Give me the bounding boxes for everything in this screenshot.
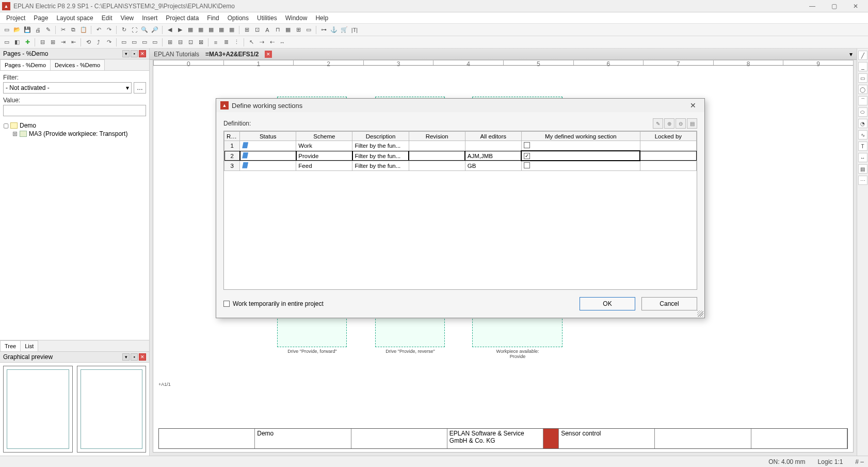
menu-help[interactable]: Help	[311, 13, 332, 23]
cell-scheme[interactable]: Work	[296, 141, 352, 151]
tb2-v-icon[interactable]: ↖	[247, 38, 256, 47]
tb2-t-icon[interactable]: ≣	[221, 38, 231, 47]
col-locked-by[interactable]: Locked by	[640, 132, 696, 141]
tb-nav-next-icon[interactable]: ▶	[175, 25, 185, 35]
tree-root-label[interactable]: Demo	[20, 122, 36, 129]
cell-editors[interactable]	[465, 141, 521, 151]
tb2-g-icon[interactable]: ⇤	[69, 38, 78, 47]
tab-devices[interactable]: Devices - %Demo	[50, 59, 105, 70]
rtb-sector-icon[interactable]: ◔	[858, 119, 867, 128]
tb2-s-icon[interactable]: ≡	[211, 38, 220, 47]
tb2-l-icon[interactable]: ▭	[130, 38, 139, 47]
rtb-rect-icon[interactable]: ▭	[858, 73, 867, 83]
menu-layout-space[interactable]: Layout space	[52, 13, 97, 23]
tb-grid1-icon[interactable]: ▦	[186, 25, 195, 35]
cell-my-section[interactable]	[521, 141, 640, 151]
tb-text-icon[interactable]: |T|	[350, 25, 359, 35]
tb-undo-icon[interactable]: ↶	[94, 25, 103, 35]
tb-zoom-out-icon[interactable]: 🔍	[140, 25, 149, 35]
tb2-x-icon[interactable]: ⇠	[267, 38, 277, 47]
col-my-section[interactable]: My defined working section	[521, 132, 640, 141]
col-description[interactable]: Description	[352, 132, 409, 141]
def-more-icon[interactable]: ▤	[687, 118, 697, 129]
tb2-h-icon[interactable]: ⟲	[84, 38, 93, 47]
menu-project-data[interactable]: Project data	[162, 13, 203, 23]
tb-print-icon[interactable]: 🖨	[33, 25, 42, 35]
tb-grid3-icon[interactable]: ▦	[206, 25, 216, 35]
tb-zoom-fit-icon[interactable]: ⛶	[130, 25, 139, 35]
menu-project[interactable]: Project	[2, 13, 29, 23]
table-row[interactable]: 2ProvideFilter by the fun...AJM,JMB✓	[224, 151, 697, 161]
doc-tabs-dropdown-icon[interactable]: ▾	[849, 51, 853, 58]
preview-thumb-2[interactable]	[77, 366, 147, 453]
def-remove-icon[interactable]: ⊖	[676, 118, 686, 129]
cell-status[interactable]	[240, 141, 296, 151]
navigator-pin-icon[interactable]: ▪	[131, 50, 138, 57]
tab-pages[interactable]: Pages - %Demo	[0, 59, 51, 70]
ok-button[interactable]: OK	[580, 297, 635, 310]
cell-description[interactable]: Filter by the fun...	[352, 151, 409, 161]
def-edit-icon[interactable]: ✎	[653, 118, 663, 129]
tb-edit-icon[interactable]: ✎	[43, 25, 53, 35]
def-add-icon[interactable]: ⊕	[664, 118, 674, 129]
tb2-p-icon[interactable]: ⊟	[175, 38, 185, 47]
cell-revision[interactable]	[409, 151, 465, 161]
tb2-a-icon[interactable]: ▭	[2, 38, 11, 47]
active-doc-tab[interactable]: =MA3+A2&EFS1/2	[205, 51, 259, 58]
value-input[interactable]	[3, 105, 146, 116]
tb-snap2-icon[interactable]: ⊡	[252, 25, 262, 35]
checkbox-icon[interactable]	[524, 142, 530, 148]
rtb-spline-icon[interactable]: ∿	[858, 130, 867, 139]
cell-revision[interactable]	[409, 161, 465, 171]
col-scheme[interactable]: Scheme	[296, 132, 352, 141]
tb-save-icon[interactable]: 💾	[23, 25, 32, 35]
menu-edit[interactable]: Edit	[98, 13, 117, 23]
tb-snap-icon[interactable]: ⊞	[242, 25, 251, 35]
cell-editors[interactable]: GB	[465, 161, 521, 171]
cell-editors[interactable]: AJM,JMB	[465, 151, 521, 161]
definition-grid[interactable]: Row Status Scheme Description Revision A…	[223, 131, 697, 290]
menu-find[interactable]: Find	[203, 13, 223, 23]
tb-cut-icon[interactable]: ✂	[58, 25, 68, 35]
cell-my-section[interactable]: ✓	[521, 151, 640, 161]
navigator-dropdown-icon[interactable]: ▾	[122, 50, 130, 57]
tb2-d-icon[interactable]: ⊟	[38, 38, 47, 47]
table-row[interactable]: 1WorkFilter by the fun...	[224, 141, 697, 151]
tb-tool-e-icon[interactable]: ▭	[304, 25, 313, 35]
col-status[interactable]: Status	[240, 132, 296, 141]
tb2-k-icon[interactable]: ▭	[119, 38, 128, 47]
tb-tool-b-icon[interactable]: ⊓	[273, 25, 282, 35]
col-row[interactable]: Row	[224, 132, 240, 141]
tree-tab[interactable]: Tree	[0, 340, 21, 351]
tb2-q-icon[interactable]: ⊡	[186, 38, 195, 47]
rtb-circle-icon[interactable]: ◯	[858, 85, 867, 94]
tb2-y-icon[interactable]: ↔	[278, 38, 287, 47]
preview-dropdown-icon[interactable]: ▾	[122, 353, 130, 361]
rtb-line-icon[interactable]: ╱	[858, 51, 867, 60]
tb-grid4-icon[interactable]: ▦	[217, 25, 226, 35]
table-row[interactable]: 3FeedFilter by the fun...GB	[224, 161, 697, 171]
menu-page[interactable]: Page	[29, 13, 52, 23]
cell-revision[interactable]	[409, 141, 465, 151]
rtb-dim-icon[interactable]: ↔	[858, 153, 867, 162]
rtb-more-icon[interactable]: ⋯	[858, 176, 867, 185]
cell-status[interactable]	[240, 161, 296, 171]
tb-tool-d-icon[interactable]: ⊞	[294, 25, 303, 35]
tb-connect-icon[interactable]: ⊶	[319, 25, 328, 35]
work-temporarily-checkbox[interactable]: Work temporarily in entire project	[223, 300, 324, 307]
rtb-polyline-icon[interactable]: ⎯	[858, 62, 867, 71]
menu-insert[interactable]: Insert	[138, 13, 162, 23]
cell-description[interactable]: Filter by the fun...	[352, 161, 409, 171]
doc-tab-close-icon[interactable]: ✕	[265, 51, 272, 58]
tb-zoom-in-icon[interactable]: 🔎	[150, 25, 159, 35]
tb-cart-icon[interactable]: 🛒	[340, 25, 349, 35]
close-button[interactable]: ✕	[845, 1, 866, 11]
resize-grip-icon[interactable]	[697, 310, 703, 317]
tb-grid5-icon[interactable]: ▦	[227, 25, 236, 35]
tb2-i-icon[interactable]: ⤴	[94, 38, 103, 47]
cell-locked-by[interactable]	[640, 161, 696, 171]
tb2-e-icon[interactable]: ⊞	[48, 38, 57, 47]
cell-my-section[interactable]	[521, 161, 640, 171]
rtb-image-icon[interactable]: ▤	[858, 164, 867, 174]
rtb-arc-icon[interactable]: ⌒	[858, 96, 867, 105]
